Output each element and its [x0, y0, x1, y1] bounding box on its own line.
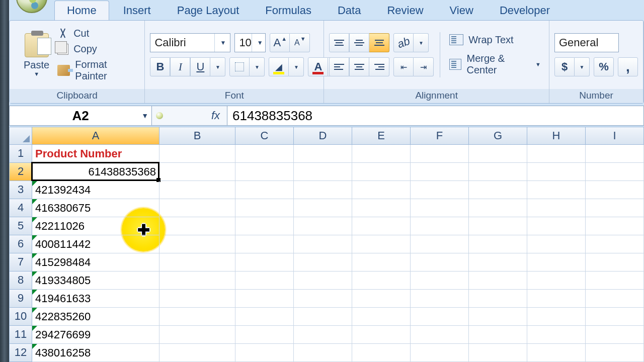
cell[interactable]: 438016258 [32, 344, 159, 362]
row-header[interactable]: 6 [9, 235, 32, 253]
paste-button[interactable]: Paste ▼ [15, 33, 54, 77]
cell[interactable] [411, 308, 469, 326]
cell[interactable] [235, 344, 294, 362]
cell[interactable] [235, 253, 294, 272]
cell[interactable] [527, 217, 586, 235]
cell[interactable] [352, 344, 411, 362]
number-format-combo[interactable]: General [554, 33, 619, 52]
cell[interactable] [352, 308, 411, 326]
underline-button[interactable]: U [190, 57, 210, 76]
cell[interactable] [411, 272, 469, 290]
cell[interactable] [352, 163, 411, 181]
cell[interactable] [352, 199, 411, 217]
wrap-text-button[interactable]: Wrap Text [446, 33, 544, 47]
borders-button[interactable] [229, 57, 250, 76]
cell[interactable]: 294276699 [32, 326, 159, 344]
borders-menu[interactable]: ▼ [250, 57, 265, 76]
orientation-button[interactable]: ab [393, 33, 414, 52]
cell[interactable] [411, 290, 469, 308]
chevron-down-icon[interactable]: ▼ [34, 71, 39, 77]
cell[interactable] [586, 326, 644, 344]
align-top-button[interactable] [329, 33, 349, 52]
cell[interactable] [469, 181, 527, 199]
cell[interactable]: Product Number [32, 145, 159, 163]
cell[interactable] [235, 272, 294, 290]
comma-button[interactable]: , [618, 57, 638, 76]
cell[interactable] [411, 199, 469, 217]
row-header[interactable]: 8 [9, 272, 32, 290]
cell[interactable] [294, 344, 352, 362]
column-header[interactable]: E [352, 127, 411, 145]
italic-button[interactable]: I [170, 57, 190, 76]
cell[interactable] [352, 217, 411, 235]
decrease-indent-button[interactable]: ⇤ [393, 57, 414, 76]
cell[interactable] [411, 344, 469, 362]
tab-home[interactable]: Home [54, 1, 109, 20]
orientation-menu[interactable]: ▼ [414, 33, 429, 52]
row-header[interactable]: 9 [9, 290, 32, 308]
chevron-down-icon[interactable]: ▼ [252, 34, 263, 52]
cell[interactable] [235, 199, 294, 217]
percent-button[interactable]: % [594, 57, 614, 76]
currency-menu[interactable]: ▼ [575, 57, 590, 76]
cell[interactable] [527, 326, 586, 344]
font-name-combo[interactable]: Calibri▼ [150, 33, 230, 52]
column-header[interactable]: F [411, 127, 469, 145]
cell[interactable] [159, 326, 235, 344]
cell[interactable] [159, 308, 235, 326]
cell[interactable]: 415298484 [32, 253, 159, 272]
cell[interactable] [411, 326, 469, 344]
cell[interactable] [469, 235, 527, 253]
cell[interactable] [235, 235, 294, 253]
row-header[interactable]: 2 [9, 163, 32, 181]
column-header[interactable]: D [294, 127, 352, 145]
cell[interactable] [294, 272, 352, 290]
row-header[interactable]: 10 [9, 308, 32, 326]
cell[interactable] [411, 217, 469, 235]
cell[interactable] [294, 326, 352, 344]
format-painter-button[interactable]: Format Painter [57, 59, 139, 82]
column-header[interactable]: B [159, 127, 235, 145]
cell[interactable] [294, 181, 352, 199]
cell[interactable]: 42211026 [32, 217, 159, 235]
currency-button[interactable]: $ [554, 57, 575, 76]
cell[interactable] [159, 181, 235, 199]
cell[interactable] [294, 217, 352, 235]
cell[interactable]: 61438835368 [32, 163, 159, 181]
cell[interactable] [527, 253, 586, 272]
office-button[interactable] [13, 0, 53, 20]
row-header[interactable]: 7 [9, 253, 32, 272]
cell[interactable] [159, 290, 235, 308]
row-header[interactable]: 12 [9, 344, 32, 362]
align-middle-button[interactable] [349, 33, 369, 52]
name-box[interactable]: A2▼ [9, 106, 152, 126]
cell[interactable] [294, 235, 352, 253]
cell[interactable] [527, 235, 586, 253]
fill-color-button[interactable]: ◢ [269, 57, 289, 76]
shrink-font-button[interactable]: A▼ [290, 33, 310, 52]
tab-data[interactable]: Data [326, 1, 373, 20]
cell[interactable] [469, 163, 527, 181]
cell[interactable] [352, 145, 411, 163]
cell[interactable] [586, 181, 644, 199]
row-header[interactable]: 4 [9, 199, 32, 217]
cell[interactable] [235, 181, 294, 199]
cell[interactable] [586, 290, 644, 308]
cell[interactable] [159, 253, 235, 272]
chevron-down-icon[interactable]: ▼ [214, 34, 226, 52]
cell[interactable] [159, 199, 235, 217]
cell[interactable] [527, 290, 586, 308]
cell[interactable] [586, 217, 644, 235]
cell[interactable] [527, 181, 586, 199]
cell[interactable] [294, 199, 352, 217]
tab-developer[interactable]: Developer [488, 1, 562, 20]
cell[interactable] [527, 344, 586, 362]
merge-center-button[interactable]: Merge & Center▼ [446, 52, 544, 77]
cell[interactable] [469, 253, 527, 272]
cell[interactable] [411, 163, 469, 181]
chevron-down-icon[interactable]: ▼ [141, 112, 148, 120]
cell[interactable] [235, 145, 294, 163]
cell[interactable] [527, 308, 586, 326]
underline-menu[interactable]: ▼ [210, 57, 225, 76]
cell[interactable] [586, 163, 644, 181]
